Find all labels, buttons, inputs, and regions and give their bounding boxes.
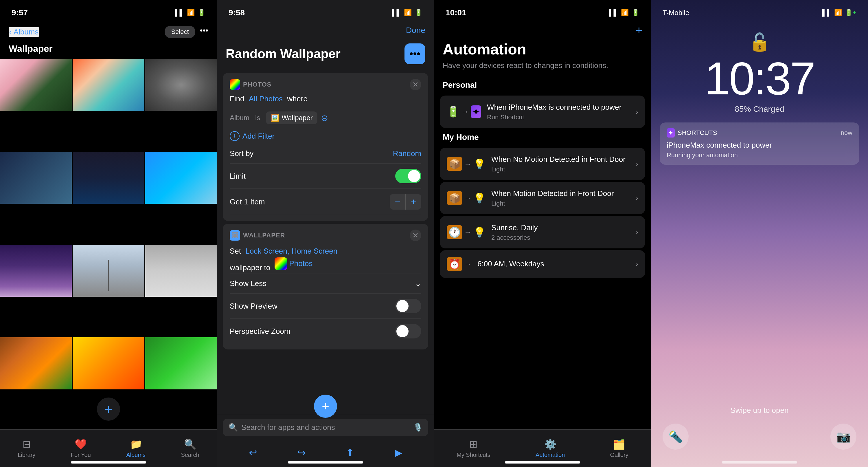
status-time-3: 10:01 — [445, 8, 466, 18]
shortcut-title-row: Random Wallpaper ••• — [217, 40, 434, 70]
wifi-icon-2: 📶 — [404, 9, 412, 17]
battery-icon-2: 🔋 — [414, 9, 423, 17]
panel-wallpaper: 9:57 ▌▌ 📶 🔋 ‹ Albums Select ••• Wallpape… — [0, 0, 217, 467]
photos-action-card: PHOTOS ✕ Find All Photos where Album is … — [223, 73, 428, 221]
sort-value[interactable]: Random — [393, 149, 421, 158]
preview-toggle[interactable] — [395, 299, 421, 313]
filter-row: Album is 🖼️ Wallpaper ⊖ — [230, 108, 421, 128]
photos-card-close[interactable]: ✕ — [410, 79, 421, 90]
torch-icon: 🔦 — [669, 430, 683, 443]
screen-value-link[interactable]: Lock Screen, Home Screen — [245, 247, 337, 255]
wallpaper-filter-chip[interactable]: 🖼️ Wallpaper — [266, 112, 317, 124]
photo-cell-autumn[interactable] — [0, 337, 72, 389]
add-action-fab[interactable]: + — [314, 395, 337, 418]
light-bulb-icon-3: 💡 — [473, 226, 486, 238]
wifi-icon: 📶 — [187, 9, 195, 17]
notif-header: ✦ SHORTCUTS now — [666, 128, 852, 138]
arrow-icon-2: → — [464, 194, 472, 202]
shortcut-icon-button[interactable]: ••• — [404, 43, 425, 64]
camera-button[interactable]: 📷 — [830, 424, 857, 449]
automation-card-motion[interactable]: 📦 → 💡 When Motion Detected in Front Door… — [440, 182, 645, 214]
done-button[interactable]: Done — [406, 26, 425, 35]
photo-cell-gray2[interactable] — [145, 245, 217, 297]
redo-button[interactable]: ↪ — [298, 447, 306, 458]
photo-cell-gradient2[interactable] — [73, 337, 144, 389]
automation-card-sunrise[interactable]: 🕐 → 💡 Sunrise, Daily 2 accessories › — [440, 216, 645, 249]
photo-cell-gradient1[interactable] — [73, 59, 144, 111]
photo-cell-darkblue[interactable] — [0, 152, 72, 204]
back-button-albums[interactable]: ‹ Albums — [9, 27, 39, 37]
share-button[interactable]: ⬆ — [346, 447, 354, 458]
status-bar-2: 9:58 ▌▌ 📶 🔋 — [217, 0, 434, 20]
status-time-1: 9:57 — [11, 8, 28, 18]
status-icons-4: ▌▌ 📶 🔋+ — [822, 9, 857, 17]
lock-time: 10:37 — [651, 55, 868, 101]
signal-icon-3: ▌▌ — [609, 9, 618, 17]
signal-icon-4: ▌▌ — [822, 9, 831, 17]
show-less-row[interactable]: Show Less ⌄ — [230, 273, 421, 293]
shortcuts-notif-icon: ✦ — [666, 128, 675, 138]
battery-icon-3: 🔋 — [631, 9, 640, 17]
automation-subtitle: Have your devices react to changes in co… — [434, 60, 651, 78]
auto-text-sunrise: Sunrise, Daily 2 accessories — [491, 223, 630, 241]
photos-icon — [230, 79, 240, 90]
tab-albums[interactable]: 📁 Albums — [126, 438, 146, 458]
all-photos-link[interactable]: All Photos — [249, 94, 283, 103]
mic-icon[interactable]: 🎙️ — [413, 423, 423, 432]
tab-library[interactable]: ⊟ Library — [18, 438, 35, 458]
search-bar-container: 🔍 Search for apps and actions 🎙️ — [217, 414, 434, 441]
tab-library-label: Library — [18, 451, 35, 458]
photo-cell-wintertree[interactable] — [73, 245, 144, 297]
notif-app: ✦ SHORTCUTS — [666, 128, 717, 138]
stepper-plus[interactable]: + — [406, 194, 421, 210]
scroll-content[interactable]: PHOTOS ✕ Find All Photos where Album is … — [217, 70, 434, 414]
undo-button[interactable]: ↩ — [249, 447, 257, 458]
tab-for-you[interactable]: ❤️ For You — [71, 438, 91, 458]
filter-minus-button[interactable]: ⊖ — [321, 113, 328, 123]
tab-gallery[interactable]: 🗂️ Gallery — [610, 438, 628, 458]
album-label: Album — [230, 114, 249, 122]
automation-card-no-motion[interactable]: 📦 → 💡 When No Motion Detected in Front D… — [440, 148, 645, 180]
fab-plus-icon: + — [322, 399, 329, 413]
photo-cell-citynight[interactable] — [73, 152, 144, 204]
photo-cell-pool[interactable] — [145, 152, 217, 204]
battery-icon: 🔋 — [197, 9, 206, 17]
carrier-label: T-Mobile — [662, 9, 689, 17]
play-button[interactable]: ▶ — [395, 447, 402, 458]
personal-label: Personal — [434, 78, 651, 94]
stepper-minus[interactable]: − — [390, 194, 405, 210]
torch-button[interactable]: 🔦 — [662, 424, 689, 449]
home-indicator-1 — [71, 461, 146, 464]
perspective-toggle[interactable] — [395, 324, 421, 339]
add-automation-button[interactable]: + — [636, 24, 642, 37]
photo-cell-flowers[interactable] — [0, 59, 72, 111]
photo-cell-purplesky[interactable] — [0, 245, 72, 297]
wallpaper-card-close[interactable]: ✕ — [410, 230, 421, 241]
photo-cell-gray[interactable] — [145, 59, 217, 111]
get-item-row: Get 1 Item − + — [230, 189, 421, 215]
automation-card-power[interactable]: 🔋 → ✦ When iPhoneMax is connected to pow… — [440, 95, 645, 128]
automation-card-6am[interactable]: ⏰ → 6:00 AM, Weekdays › — [440, 250, 645, 278]
tab-my-shortcuts[interactable]: ⊞ My Shortcuts — [457, 438, 490, 458]
tab-foryou-label: For You — [71, 451, 91, 458]
search-placeholder: Search for apps and actions — [241, 423, 335, 432]
action-search-bar[interactable]: 🔍 Search for apps and actions 🎙️ — [223, 419, 428, 436]
home-indicator-2 — [288, 461, 363, 464]
lock-icon: 🔓 — [651, 32, 868, 52]
notif-subtitle: Running your automation — [666, 151, 852, 159]
photos-label[interactable]: Photos — [289, 258, 312, 270]
lock-actions: 🔦 📷 — [662, 424, 857, 449]
more-options-button[interactable]: ••• — [200, 26, 208, 38]
wifi-icon-4: 📶 — [834, 9, 842, 17]
add-album-button[interactable]: + — [97, 398, 120, 421]
nav-actions: Select ••• — [165, 26, 208, 38]
battery-charging-icon: 🔋 — [447, 106, 460, 118]
select-button[interactable]: Select — [165, 26, 195, 38]
notification-card[interactable]: ✦ SHORTCUTS now iPhoneMax connected to p… — [660, 122, 859, 165]
limit-toggle[interactable] — [395, 169, 421, 183]
chevron-right-icon-1: › — [636, 159, 638, 169]
photo-cell-greenleaf[interactable] — [145, 337, 217, 389]
add-filter-row[interactable]: + Add Filter — [230, 128, 421, 144]
tab-search[interactable]: 🔍 Search — [181, 438, 199, 458]
tab-automation[interactable]: ⚙️ Automation — [535, 438, 565, 458]
